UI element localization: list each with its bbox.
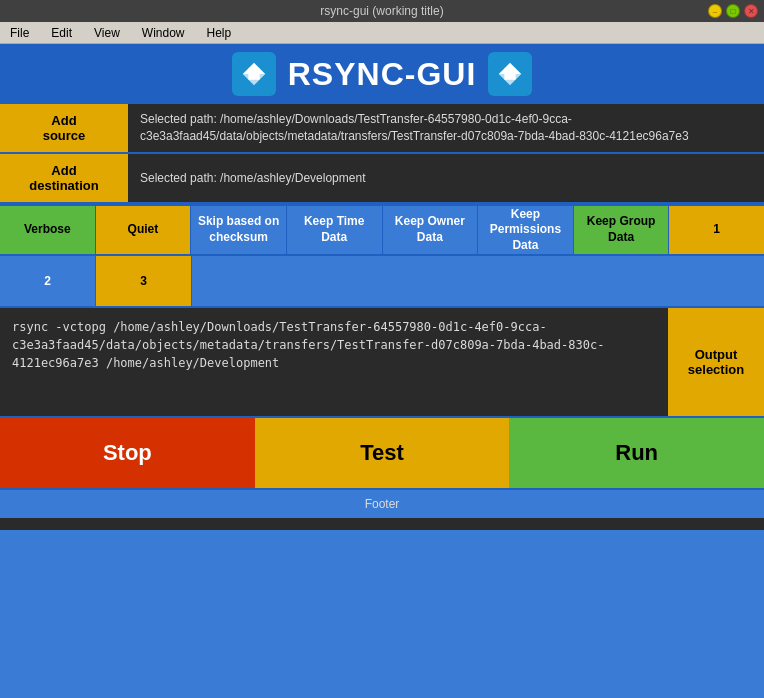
stop-button[interactable]: Stop [0, 418, 255, 488]
add-source-button[interactable]: Add source [0, 104, 128, 152]
quiet-button[interactable]: Quiet [96, 206, 192, 254]
command-display: rsync -vctopg /home/ashley/Downloads/Tes… [0, 308, 668, 416]
source-row: Add source Selected path: /home/ashley/D… [0, 104, 764, 154]
menu-window[interactable]: Window [136, 24, 191, 42]
test-button[interactable]: Test [255, 418, 510, 488]
keep-owner-button[interactable]: Keep Owner Data [383, 206, 479, 254]
verbose-button[interactable]: Verbose [0, 206, 96, 254]
run-button[interactable]: Run [509, 418, 764, 488]
main-content: Add source Selected path: /home/ashley/D… [0, 104, 764, 530]
skip-checksum-button[interactable]: Skip based on checksum [191, 206, 287, 254]
add-destination-button[interactable]: Add destination [0, 154, 128, 202]
menu-view[interactable]: View [88, 24, 126, 42]
option-num-1[interactable]: 1 [669, 206, 764, 254]
output-selection-button[interactable]: Output selection [668, 308, 764, 416]
logo-icon-right [488, 52, 532, 96]
maximize-button[interactable]: □ [726, 4, 740, 18]
destination-path: Selected path: /home/ashley/Development [128, 154, 764, 202]
option-num-2[interactable]: 2 [0, 256, 96, 306]
titlebar: rsync-gui (working title) – □ ✕ [0, 0, 764, 22]
menu-help[interactable]: Help [201, 24, 238, 42]
keep-permissions-button[interactable]: Keep Permissions Data [478, 206, 574, 254]
options-row-2: 2 3 [0, 256, 764, 308]
action-buttons: Stop Test Run [0, 418, 764, 490]
scrollbar[interactable] [0, 518, 764, 530]
command-section: rsync -vctopg /home/ashley/Downloads/Tes… [0, 308, 764, 418]
option-num-3[interactable]: 3 [96, 256, 192, 306]
menu-file[interactable]: File [4, 24, 35, 42]
footer: Footer [0, 490, 764, 518]
menubar: File Edit View Window Help [0, 22, 764, 44]
keep-time-button[interactable]: Keep Time Data [287, 206, 383, 254]
logo-icon-left [232, 52, 276, 96]
destination-row: Add destination Selected path: /home/ash… [0, 154, 764, 204]
source-path: Selected path: /home/ashley/Downloads/Te… [128, 104, 764, 152]
window-controls: – □ ✕ [708, 4, 758, 18]
app-header: RSYNC-GUI [0, 44, 764, 104]
keep-group-button[interactable]: Keep Group Data [574, 206, 670, 254]
close-button[interactable]: ✕ [744, 4, 758, 18]
window-title: rsync-gui (working title) [320, 4, 443, 18]
menu-edit[interactable]: Edit [45, 24, 78, 42]
minimize-button[interactable]: – [708, 4, 722, 18]
options-row-1: Verbose Quiet Skip based on checksum Kee… [0, 204, 764, 256]
footer-text: Footer [365, 497, 400, 511]
app-title: RSYNC-GUI [288, 56, 477, 93]
